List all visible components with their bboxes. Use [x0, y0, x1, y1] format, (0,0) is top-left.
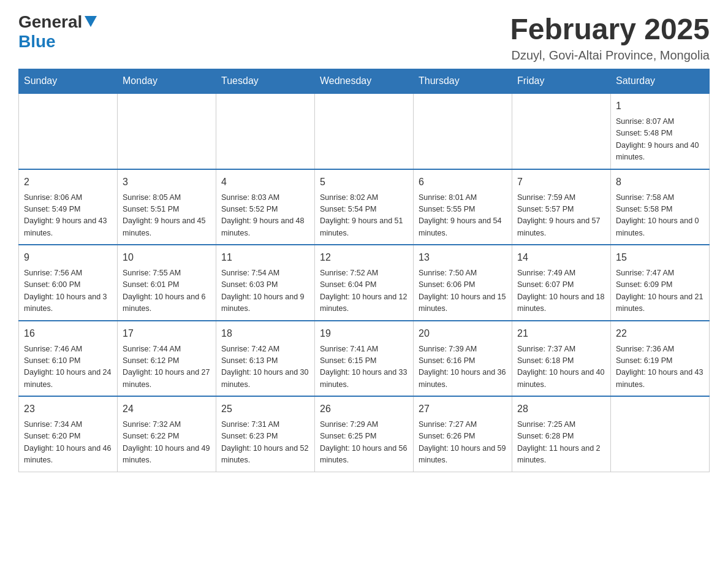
- day-number: 9: [24, 250, 112, 265]
- calendar-cell: 3Sunrise: 8:05 AMSunset: 5:51 PMDaylight…: [118, 169, 216, 245]
- day-number: 27: [419, 402, 507, 416]
- calendar-cell: 21Sunrise: 7:37 AMSunset: 6:18 PMDayligh…: [512, 321, 611, 397]
- calendar-cell: 18Sunrise: 7:42 AMSunset: 6:13 PMDayligh…: [216, 321, 315, 397]
- day-number: 4: [221, 175, 309, 190]
- calendar-cell: [216, 93, 315, 169]
- calendar-cell: [19, 93, 118, 169]
- day-number: 23: [24, 402, 112, 416]
- weekday-header-tuesday: Tuesday: [216, 69, 315, 94]
- title-section: February 2025 Dzuyl, Govi-Altai Province…: [510, 12, 710, 63]
- calendar-cell: [315, 93, 414, 169]
- day-info: Sunrise: 7:55 AMSunset: 6:01 PMDaylight:…: [123, 267, 211, 315]
- calendar-cell: [611, 396, 710, 472]
- day-number: 13: [419, 250, 507, 265]
- day-info: Sunrise: 8:03 AMSunset: 5:52 PMDaylight:…: [221, 192, 309, 240]
- calendar-cell: 2Sunrise: 8:06 AMSunset: 5:49 PMDaylight…: [19, 169, 118, 245]
- logo-blue-text: Blue: [18, 32, 56, 51]
- calendar-cell: 7Sunrise: 7:59 AMSunset: 5:57 PMDaylight…: [512, 169, 611, 245]
- day-info: Sunrise: 7:37 AMSunset: 6:18 PMDaylight:…: [517, 343, 605, 391]
- calendar-cell: 8Sunrise: 7:58 AMSunset: 5:58 PMDaylight…: [611, 169, 710, 245]
- calendar-cell: 23Sunrise: 7:34 AMSunset: 6:20 PMDayligh…: [19, 396, 118, 472]
- calendar-header-row: SundayMondayTuesdayWednesdayThursdayFrid…: [19, 69, 710, 94]
- weekday-header-friday: Friday: [512, 69, 611, 94]
- calendar-cell: 16Sunrise: 7:46 AMSunset: 6:10 PMDayligh…: [19, 321, 118, 397]
- calendar-subtitle: Dzuyl, Govi-Altai Province, Mongolia: [510, 48, 710, 63]
- day-number: 6: [419, 175, 507, 190]
- calendar-cell: 9Sunrise: 7:56 AMSunset: 6:00 PMDaylight…: [19, 245, 118, 321]
- day-number: 2: [24, 175, 112, 190]
- day-number: 16: [24, 326, 112, 341]
- calendar-cell: 27Sunrise: 7:27 AMSunset: 6:26 PMDayligh…: [414, 396, 512, 472]
- calendar-cell: 15Sunrise: 7:47 AMSunset: 6:09 PMDayligh…: [611, 245, 710, 321]
- page-header: General Blue February 2025 Dzuyl, Govi-A…: [18, 12, 710, 63]
- calendar-week-row: 16Sunrise: 7:46 AMSunset: 6:10 PMDayligh…: [19, 321, 710, 397]
- day-number: 25: [221, 402, 309, 416]
- day-number: 26: [320, 402, 408, 416]
- day-number: 5: [320, 175, 408, 190]
- day-number: 14: [517, 250, 605, 265]
- weekday-header-monday: Monday: [118, 69, 216, 94]
- logo-triangle-icon: [85, 16, 97, 27]
- calendar-cell: 13Sunrise: 7:50 AMSunset: 6:06 PMDayligh…: [414, 245, 512, 321]
- day-number: 21: [517, 326, 605, 341]
- day-number: 28: [517, 402, 605, 416]
- calendar-week-row: 1Sunrise: 8:07 AMSunset: 5:48 PMDaylight…: [19, 93, 710, 169]
- calendar-cell: 10Sunrise: 7:55 AMSunset: 6:01 PMDayligh…: [118, 245, 216, 321]
- day-number: 18: [221, 326, 309, 341]
- day-info: Sunrise: 7:50 AMSunset: 6:06 PMDaylight:…: [419, 267, 507, 315]
- day-number: 24: [123, 402, 211, 416]
- calendar-cell: 4Sunrise: 8:03 AMSunset: 5:52 PMDaylight…: [216, 169, 315, 245]
- day-number: 15: [616, 250, 704, 265]
- calendar-table: SundayMondayTuesdayWednesdayThursdayFrid…: [18, 69, 710, 472]
- weekday-header-thursday: Thursday: [414, 69, 512, 94]
- day-info: Sunrise: 7:34 AMSunset: 6:20 PMDaylight:…: [24, 419, 112, 467]
- calendar-week-row: 9Sunrise: 7:56 AMSunset: 6:00 PMDaylight…: [19, 245, 710, 321]
- day-number: 20: [419, 326, 507, 341]
- day-number: 11: [221, 250, 309, 265]
- day-info: Sunrise: 7:54 AMSunset: 6:03 PMDaylight:…: [221, 267, 309, 315]
- calendar-cell: 14Sunrise: 7:49 AMSunset: 6:07 PMDayligh…: [512, 245, 611, 321]
- day-info: Sunrise: 7:39 AMSunset: 6:16 PMDaylight:…: [419, 343, 507, 391]
- calendar-cell: 11Sunrise: 7:54 AMSunset: 6:03 PMDayligh…: [216, 245, 315, 321]
- day-info: Sunrise: 7:31 AMSunset: 6:23 PMDaylight:…: [221, 419, 309, 467]
- calendar-week-row: 23Sunrise: 7:34 AMSunset: 6:20 PMDayligh…: [19, 396, 710, 472]
- day-info: Sunrise: 7:41 AMSunset: 6:15 PMDaylight:…: [320, 343, 408, 391]
- calendar-cell: 20Sunrise: 7:39 AMSunset: 6:16 PMDayligh…: [414, 321, 512, 397]
- day-info: Sunrise: 7:36 AMSunset: 6:19 PMDaylight:…: [616, 343, 704, 391]
- day-number: 12: [320, 250, 408, 265]
- day-info: Sunrise: 8:07 AMSunset: 5:48 PMDaylight:…: [616, 116, 704, 164]
- weekday-header-wednesday: Wednesday: [315, 69, 414, 94]
- day-info: Sunrise: 8:05 AMSunset: 5:51 PMDaylight:…: [123, 192, 211, 240]
- calendar-cell: [118, 93, 216, 169]
- weekday-header-sunday: Sunday: [19, 69, 118, 94]
- svg-marker-0: [85, 16, 97, 27]
- day-info: Sunrise: 8:01 AMSunset: 5:55 PMDaylight:…: [419, 192, 507, 240]
- day-number: 19: [320, 326, 408, 341]
- calendar-cell: 19Sunrise: 7:41 AMSunset: 6:15 PMDayligh…: [315, 321, 414, 397]
- day-info: Sunrise: 7:44 AMSunset: 6:12 PMDaylight:…: [123, 343, 211, 391]
- logo: General Blue: [18, 12, 97, 52]
- calendar-cell: 24Sunrise: 7:32 AMSunset: 6:22 PMDayligh…: [118, 396, 216, 472]
- day-number: 10: [123, 250, 211, 265]
- calendar-cell: [414, 93, 512, 169]
- calendar-cell: 17Sunrise: 7:44 AMSunset: 6:12 PMDayligh…: [118, 321, 216, 397]
- calendar-cell: [512, 93, 611, 169]
- day-info: Sunrise: 8:06 AMSunset: 5:49 PMDaylight:…: [24, 192, 112, 240]
- day-info: Sunrise: 7:25 AMSunset: 6:28 PMDaylight:…: [517, 419, 605, 467]
- day-info: Sunrise: 8:02 AMSunset: 5:54 PMDaylight:…: [320, 192, 408, 240]
- weekday-header-saturday: Saturday: [611, 69, 710, 94]
- day-number: 22: [616, 326, 704, 341]
- day-number: 3: [123, 175, 211, 190]
- day-number: 17: [123, 326, 211, 341]
- calendar-week-row: 2Sunrise: 8:06 AMSunset: 5:49 PMDaylight…: [19, 169, 710, 245]
- day-number: 7: [517, 175, 605, 190]
- calendar-cell: 6Sunrise: 8:01 AMSunset: 5:55 PMDaylight…: [414, 169, 512, 245]
- day-info: Sunrise: 7:42 AMSunset: 6:13 PMDaylight:…: [221, 343, 309, 391]
- day-info: Sunrise: 7:27 AMSunset: 6:26 PMDaylight:…: [419, 419, 507, 467]
- day-info: Sunrise: 7:32 AMSunset: 6:22 PMDaylight:…: [123, 419, 211, 467]
- day-info: Sunrise: 7:49 AMSunset: 6:07 PMDaylight:…: [517, 267, 605, 315]
- day-number: 1: [616, 99, 704, 113]
- day-info: Sunrise: 7:29 AMSunset: 6:25 PMDaylight:…: [320, 419, 408, 467]
- day-number: 8: [616, 175, 704, 190]
- calendar-cell: 22Sunrise: 7:36 AMSunset: 6:19 PMDayligh…: [611, 321, 710, 397]
